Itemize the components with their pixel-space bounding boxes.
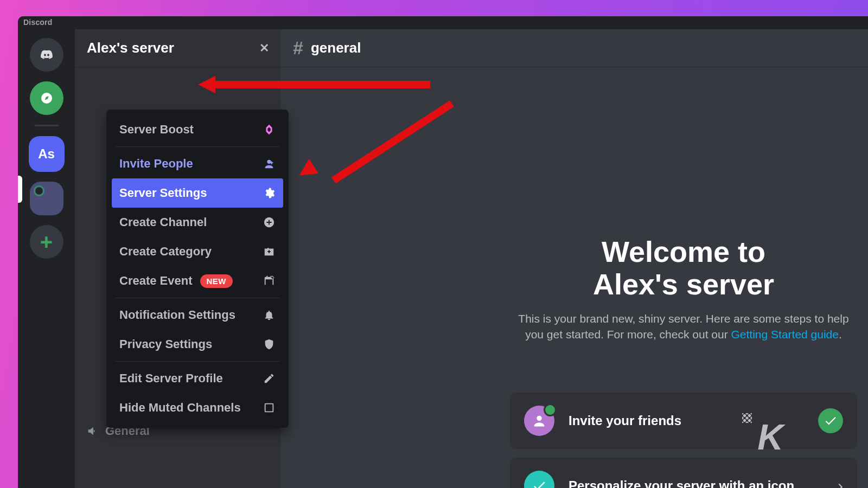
menu-hide-muted-channels[interactable]: Hide Muted Channels xyxy=(112,393,283,422)
server-dropdown-menu: Server Boost Invite People Server Settin… xyxy=(106,110,289,428)
server-name-dropdown-trigger[interactable]: Alex's server ✕ xyxy=(75,29,281,67)
app-window: Discord As + xyxy=(18,16,868,488)
active-server-indicator xyxy=(18,176,22,203)
server-status-dot-icon xyxy=(34,185,44,196)
server-other[interactable] xyxy=(30,182,63,215)
compass-icon xyxy=(40,92,53,105)
welcome-heading: Welcome to Alex's server xyxy=(510,235,857,301)
home-button[interactable] xyxy=(30,38,63,72)
onboarding-card-invite[interactable]: Invite your friends xyxy=(510,393,857,449)
menu-label: Create Event xyxy=(119,274,193,288)
menu-create-category[interactable]: Create Category xyxy=(112,237,283,266)
welcome-block: Welcome to Alex's server This is your br… xyxy=(510,235,857,343)
menu-label: Notification Settings xyxy=(119,308,235,322)
folder-plus-icon xyxy=(263,245,276,258)
personalize-bubble-icon xyxy=(524,471,554,488)
close-icon: ✕ xyxy=(259,41,269,55)
menu-label: Hide Muted Channels xyxy=(119,401,241,415)
welcome-heading-line1: Welcome to xyxy=(602,235,765,268)
welcome-sub-period: . xyxy=(839,328,842,341)
channel-header: # general xyxy=(281,29,868,67)
rail-separator xyxy=(34,125,59,126)
checkbox-empty-icon xyxy=(263,401,276,414)
menu-separator xyxy=(115,361,280,362)
pencil-icon xyxy=(263,372,276,385)
menu-privacy-settings[interactable]: Privacy Settings xyxy=(112,330,283,359)
hash-icon: # xyxy=(293,37,303,59)
annotation-arrow-1 xyxy=(213,81,430,88)
menu-label: Invite People xyxy=(119,157,193,171)
bell-icon xyxy=(263,309,276,322)
menu-label: Privacy Settings xyxy=(119,337,212,351)
menu-label: Server Settings xyxy=(119,186,207,200)
discord-logo-icon xyxy=(40,48,53,61)
menu-label: Create Channel xyxy=(119,215,207,229)
menu-server-settings[interactable]: Server Settings xyxy=(112,178,283,208)
gear-icon xyxy=(263,187,276,200)
menu-create-event[interactable]: Create Event NEW xyxy=(112,266,283,296)
complete-check-icon xyxy=(818,408,843,433)
menu-label: Edit Server Profile xyxy=(119,371,223,386)
welcome-subtitle: This is your brand new, shiny server. He… xyxy=(510,311,857,343)
getting-started-link[interactable]: Getting Started guide xyxy=(731,328,839,341)
menu-edit-server-profile[interactable]: Edit Server Profile xyxy=(112,364,283,393)
main-panel: # general Welcome to Alex's server This … xyxy=(281,29,868,488)
calendar-plus-icon xyxy=(263,274,276,287)
menu-separator xyxy=(115,298,280,298)
menu-separator xyxy=(115,146,280,147)
watermark-k: K xyxy=(757,416,782,458)
server-alexs-server[interactable]: As xyxy=(29,136,65,172)
onboarding-card-icon[interactable]: Personalize your server with an icon › xyxy=(510,458,857,488)
plus-circle-icon xyxy=(263,216,276,229)
menu-notification-settings[interactable]: Notification Settings xyxy=(112,300,283,330)
card-title: Personalize your server with an icon xyxy=(569,478,824,488)
menu-label: Create Category xyxy=(119,245,212,259)
menu-invite-people[interactable]: Invite People xyxy=(112,149,283,178)
explore-servers-button[interactable] xyxy=(30,81,63,115)
new-badge: NEW xyxy=(200,274,233,288)
annotation-arrowhead-1 xyxy=(198,76,215,93)
shield-icon xyxy=(263,338,276,351)
menu-server-boost[interactable]: Server Boost xyxy=(112,115,283,144)
menu-label: Server Boost xyxy=(119,123,194,137)
speaker-icon xyxy=(86,425,99,438)
add-person-icon xyxy=(263,157,276,170)
content-area: Welcome to Alex's server This is your br… xyxy=(281,67,868,488)
welcome-heading-line2: Alex's server xyxy=(593,268,774,300)
chevron-right-icon: › xyxy=(838,477,843,488)
app-body: As + Alex's server ✕ General xyxy=(18,29,868,488)
server-rail: As + xyxy=(18,29,75,488)
title-bar: Discord xyxy=(18,16,868,29)
boost-gem-icon xyxy=(263,123,276,136)
channel-name: general xyxy=(311,40,361,56)
invite-bubble-icon xyxy=(524,406,554,436)
server-name-label: Alex's server xyxy=(87,40,174,56)
menu-create-channel[interactable]: Create Channel xyxy=(112,208,283,237)
add-server-button[interactable]: + xyxy=(30,225,63,259)
